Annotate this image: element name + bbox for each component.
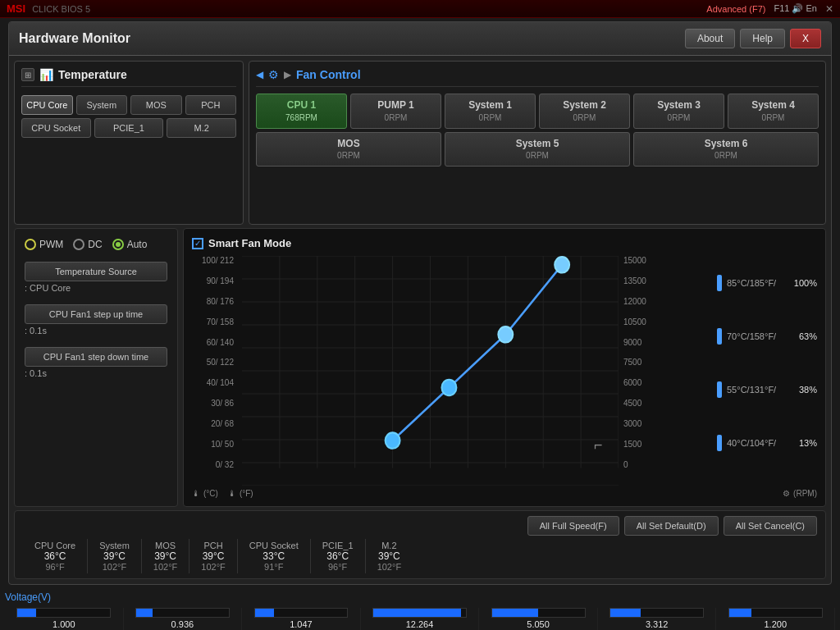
help-button[interactable]: Help: [740, 29, 785, 48]
temp-btn-pcie1[interactable]: PCIE_1: [94, 118, 164, 138]
window-close-button[interactable]: X: [790, 29, 821, 48]
top-close-icon[interactable]: ✕: [825, 3, 833, 15]
advanced-label: Advanced (F7): [706, 4, 765, 14]
fan-buttons-row1: CPU 1 768RPM PUMP 1 0RPM System 1 0RPM S…: [256, 94, 819, 129]
voltage-system-33v: 3.312 System 3.3V: [598, 608, 717, 630]
expand-icon[interactable]: ⊞: [21, 68, 34, 81]
all-full-speed-button[interactable]: All Full Speed(F): [527, 516, 619, 536]
cpu-core-fahrenheit: 96°F: [45, 562, 64, 572]
y-label-0: 0/ 32: [192, 460, 234, 469]
smart-fan-checkbox[interactable]: [192, 238, 203, 249]
temperature-status-row: CPU Core 36°C 96°F System 39°C 102°F MOS…: [23, 539, 817, 573]
temp-btn-system[interactable]: System: [76, 95, 128, 115]
chart-y-labels: 100/ 212 90/ 194 80/ 176 70/ 158 60/ 140…: [192, 256, 237, 486]
fan-btn-pump1[interactable]: PUMP 1 0RPM: [350, 94, 441, 129]
chart-right-side: 15000 13500 12000 10500 9000 7500 6000 4…: [623, 256, 705, 486]
voltage-cpu-io-val: 0.936: [171, 619, 194, 629]
m2-fahrenheit: 102°F: [377, 562, 401, 572]
pcie1-fahrenheit: 96°F: [328, 562, 347, 572]
fan-arrow-right[interactable]: ▶: [284, 69, 291, 80]
temp-label-85: 85°C/185°F/: [727, 278, 776, 288]
auto-radio[interactable]: Auto: [112, 239, 148, 250]
msi-logo: MSI: [7, 2, 25, 15]
about-button[interactable]: About: [685, 29, 735, 48]
y-label-3: 30/ 86: [192, 399, 234, 408]
temp-btn-cpu-socket[interactable]: CPU Socket: [21, 118, 91, 138]
temperature-buttons-row2: CPU Socket PCIE_1 M.2: [21, 118, 236, 138]
svg-point-23: [498, 326, 513, 342]
m2-name: M.2: [381, 541, 396, 550]
chart-point-40: 40°C/104°F/ 13%: [717, 435, 817, 451]
pch-celsius: 39°C: [203, 550, 225, 562]
temp-btn-mos[interactable]: MOS: [130, 95, 182, 115]
y-label-4: 40/ 104: [192, 378, 234, 387]
pwm-label: PWM: [39, 239, 63, 250]
voltage-system-33v-val: 3.312: [646, 619, 669, 629]
step-down-button[interactable]: CPU Fan1 step down time: [25, 347, 167, 367]
temp-label-40: 40°C/104°F/: [727, 438, 776, 448]
chart-bottom-labels: 🌡 (°C) 🌡 (°F) ⚙ (RPM): [192, 486, 817, 498]
voltage-cpu-io: 0.936 CPU I/O: [124, 608, 243, 630]
celsius-unit: (°C): [203, 489, 218, 498]
auto-radio-circle: [112, 239, 124, 250]
top-panels: ⊞ 📊 Temperature CPU Core System MOS PCH …: [14, 61, 826, 225]
fan-btn-system3[interactable]: System 3 0RPM: [633, 94, 724, 129]
fan-btn-system5[interactable]: System 5 0RPM: [445, 132, 630, 167]
fan-btn-system2[interactable]: System 2 0RPM: [539, 94, 630, 129]
step-up-button[interactable]: CPU Fan1 step up time: [25, 304, 167, 324]
voltage-label: Voltage(V): [5, 591, 835, 603]
chart-header: Smart Fan Mode: [192, 237, 817, 249]
system-fahrenheit: 102°F: [103, 562, 126, 572]
pwm-radio[interactable]: PWM: [25, 239, 63, 250]
voltage-dram-bar: [729, 609, 751, 617]
y-label-7: 70/ 158: [192, 317, 234, 326]
rpm-label: ⚙ (RPM): [783, 489, 817, 498]
all-set-default-button[interactable]: All Set Default(D): [624, 516, 719, 536]
chart-title: Smart Fan Mode: [208, 237, 291, 249]
temp-btn-m2[interactable]: M.2: [167, 118, 236, 138]
cpu-core-celsius: 36°C: [44, 550, 66, 562]
temp-btn-pch[interactable]: PCH: [185, 95, 237, 115]
dc-radio[interactable]: DC: [73, 239, 102, 250]
point-bar-85: [717, 275, 722, 291]
voltage-cpu-io-bar-wrap: [135, 608, 230, 618]
cpu-socket-fahrenheit: 91°F: [264, 562, 283, 572]
all-set-cancel-button[interactable]: All Set Cancel(C): [724, 516, 817, 536]
temp-label-55: 55°C/131°F/: [727, 385, 776, 395]
temp-source-button[interactable]: Temperature Source: [25, 262, 167, 281]
fan-control-title: Fan Control: [296, 68, 361, 81]
mos-name: MOS: [155, 541, 176, 550]
temp-btn-cpu-core[interactable]: CPU Core: [21, 95, 73, 115]
pct-label-70: 63%: [799, 331, 817, 341]
fan-btn-system1[interactable]: System 1 0RPM: [445, 94, 536, 129]
fan-btn-system4[interactable]: System 4 0RPM: [728, 94, 819, 129]
cpu-core-name: CPU Core: [34, 541, 75, 550]
content-area: ⊞ 📊 Temperature CPU Core System MOS PCH …: [9, 56, 831, 584]
fan-curve-chart[interactable]: ⌐: [242, 256, 619, 486]
cpu-socket-celsius: 33°C: [262, 550, 285, 562]
status-system: System 39°C 102°F: [88, 539, 142, 573]
voltage-cpu-core-bar: [17, 609, 36, 617]
fan-btn-cpu1[interactable]: CPU 1 768RPM: [256, 94, 347, 129]
step-up-control: CPU Fan1 step up time : 0.1s: [25, 304, 167, 336]
voltage-system-12v: 12.264 System 12V: [361, 608, 480, 630]
step-up-value: : 0.1s: [25, 326, 167, 336]
chart-point-70: 70°C/158°F/ 63%: [717, 328, 817, 345]
fan-arrow-left[interactable]: ◀: [256, 69, 263, 80]
y-label-1: 10/ 50: [192, 440, 234, 449]
chart-point-85: 85°C/185°F/ 100%: [717, 275, 817, 291]
mos-fahrenheit: 102°F: [153, 562, 177, 572]
left-controls: PWM DC Auto Temperature Source : CPU Cor…: [14, 228, 178, 507]
status-cpu-socket: CPU Socket 33°C 91°F: [238, 539, 311, 573]
fan-btn-mos[interactable]: MOS 0RPM: [256, 132, 441, 167]
pch-name: PCH: [203, 541, 222, 550]
fan-btn-system6[interactable]: System 6 0RPM: [633, 132, 819, 167]
voltage-cpu-sa-val: 1.047: [290, 619, 313, 629]
system-celsius: 39°C: [103, 550, 126, 562]
pct-label-85: 100%: [794, 278, 817, 288]
celsius-label: 🌡 (°C): [192, 489, 218, 498]
svg-text:⌐: ⌐: [594, 436, 602, 454]
voltage-cpu-core: 1.000 CPU Core: [5, 608, 124, 630]
voltage-system-5v-bar: [492, 609, 538, 617]
bottom-section: All Full Speed(F) All Set Default(D) All…: [14, 510, 826, 579]
